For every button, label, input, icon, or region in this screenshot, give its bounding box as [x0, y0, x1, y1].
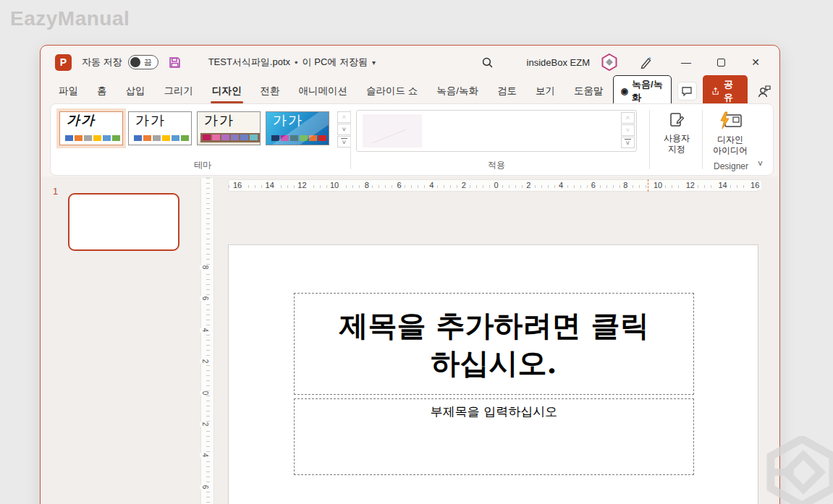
ruler-number: 6 — [200, 296, 211, 301]
theme-color-swatches — [200, 133, 260, 142]
customize-slide-size-icon — [668, 111, 685, 129]
tab-홈[interactable]: 홈 — [88, 80, 117, 102]
autosave-state: 끔 — [144, 57, 152, 68]
maximize-icon — [717, 59, 725, 67]
presence-button[interactable] — [756, 84, 772, 98]
theme-item[interactable]: 가가 — [59, 111, 123, 145]
powerpoint-app-icon[interactable]: P — [55, 54, 72, 71]
ribbon-content: 가가가가가가가가 ˄ ˅ ˅ 테마 ˄ ˅ ˅ 적용 사용자 지정 — [50, 103, 774, 176]
tab-그리기[interactable]: 그리기 — [155, 80, 203, 102]
minimize-button[interactable]: — — [675, 56, 697, 68]
gallery-scroll-down-button[interactable]: ˅ — [337, 124, 351, 135]
autosave-toggle[interactable]: 끔 — [128, 55, 158, 69]
themes-group-label: 테마 — [159, 159, 246, 171]
ruler-number: 2 — [200, 422, 211, 427]
ruler-number: 8 — [621, 181, 630, 189]
tab-검토[interactable]: 검토 — [488, 80, 526, 102]
share-button[interactable]: 공유 — [703, 75, 748, 107]
tab-애니메이션[interactable]: 애니메이션 — [289, 80, 358, 102]
ruler-number: 2 — [524, 181, 533, 189]
ribbon-tabs: 파일홈삽입그리기디자인전환애니메이션슬라이드 쇼녹음/녹화검토보기도움말 — [49, 80, 613, 102]
tab-녹음/녹화[interactable]: 녹음/녹화 — [427, 80, 488, 102]
theme-color-swatches — [65, 135, 120, 141]
tab-삽입[interactable]: 삽입 — [117, 80, 155, 102]
horizontal-ruler[interactable]: 1614121086420246810121416 — [228, 179, 758, 192]
share-label: 공유 — [724, 78, 739, 104]
comments-button[interactable] — [677, 82, 697, 101]
chevron-down-icon: ▾ — [372, 59, 376, 67]
ruler-number: 16 — [231, 181, 244, 189]
eazymanual-logo: EazyManual — [10, 7, 130, 30]
separator-dot: • — [295, 57, 298, 68]
hexagon-logo-icon — [762, 436, 833, 504]
variants-scroll-down-button[interactable]: ˅ — [621, 124, 635, 136]
ruler-number: 4 — [427, 181, 436, 189]
document-title[interactable]: TEST서식파일.potx • 이 PC에 저장됨 ▾ — [208, 56, 376, 69]
tab-도움말[interactable]: 도움말 — [565, 80, 613, 102]
theme-item[interactable]: 가가 — [197, 111, 261, 145]
record-button[interactable]: ◉ 녹음/녹화 — [613, 75, 672, 107]
tab-파일[interactable]: 파일 — [49, 80, 88, 102]
tab-전환[interactable]: 전환 — [251, 80, 289, 102]
title-placeholder[interactable]: 제목을 추가하려면 클릭 하십시오. — [294, 293, 694, 395]
ruler-number: 12 — [684, 181, 697, 189]
tab-디자인[interactable]: 디자인 — [203, 80, 251, 102]
design-ideas-button[interactable]: 디자인 아이디어 — [708, 111, 753, 156]
ruler-number: 2 — [200, 359, 211, 364]
theme-item[interactable]: 가가 — [128, 111, 192, 145]
variants-group-label: 적용 — [453, 159, 540, 171]
subtitle-placeholder[interactable]: 부제목을 입력하십시오 — [294, 398, 694, 475]
ruler-guide-marker — [648, 179, 648, 192]
theme-item-label: 가가 — [60, 112, 122, 127]
design-ideas-label: 디자인 아이디어 — [713, 134, 748, 156]
theme-color-swatches — [134, 135, 189, 141]
gallery-more-button[interactable]: ˅ — [337, 136, 351, 148]
ruler-number: 4 — [200, 328, 211, 333]
theme-item-label: 가가 — [129, 112, 191, 127]
ruler-number: 2 — [460, 181, 468, 189]
variants-scroll-up-button[interactable]: ˄ — [621, 112, 635, 124]
variants-more-button[interactable]: ˅ — [621, 137, 635, 148]
variants-gallery[interactable]: ˄ ˅ ˅ — [356, 110, 637, 152]
theme-item[interactable]: 가가 — [266, 111, 329, 145]
ruler-number: 14 — [716, 181, 729, 189]
saved-status: 이 PC에 저장됨 — [303, 56, 368, 69]
tab-슬라이드 쇼[interactable]: 슬라이드 쇼 — [357, 80, 427, 102]
account-avatar[interactable] — [600, 53, 619, 72]
variant-thumbnail[interactable] — [363, 114, 422, 148]
slide-thumbnail[interactable] — [68, 193, 179, 251]
ruler-number: 6 — [589, 181, 598, 189]
powerpoint-window: P 자동 저장 끔 TEST서식파일.potx • 이 PC에 저장됨 ▾ — [40, 45, 780, 504]
ribbon-tab-row: 파일홈삽입그리기디자인전환애니메이션슬라이드 쇼녹음/녹화검토보기도움말 ◉ 녹… — [41, 79, 779, 103]
ruler-number: 0 — [492, 181, 501, 189]
toggle-knob-icon — [130, 57, 140, 67]
search-button[interactable] — [481, 56, 494, 69]
slide-canvas[interactable]: 제목을 추가하려면 클릭 하십시오. 부제목을 입력하십시오 — [228, 244, 758, 504]
autosave-label: 자동 저장 — [82, 56, 122, 69]
vertical-ruler[interactable]: 86420246 — [200, 178, 214, 504]
ruler-number: 14 — [263, 181, 276, 189]
customize-label: 사용자 지정 — [664, 133, 690, 155]
group-separator — [350, 110, 351, 169]
close-button[interactable]: ✕ — [745, 56, 766, 68]
account-name[interactable]: insideBox EZM — [527, 57, 590, 68]
hexagon-avatar-icon — [600, 53, 619, 72]
variants-gallery-scroll: ˄ ˅ ˅ — [621, 112, 635, 148]
ruler-number: 8 — [363, 181, 371, 189]
pen-sparkle-icon — [639, 55, 654, 69]
theme-item-label: 가가 — [198, 112, 260, 127]
customize-button[interactable]: 사용자 지정 — [654, 111, 699, 155]
ruler-number: 16 — [748, 181, 761, 189]
save-button[interactable] — [169, 56, 181, 69]
record-icon: ◉ — [621, 87, 628, 95]
pen-tool-button[interactable] — [639, 55, 654, 69]
save-floppy-icon — [169, 56, 181, 69]
autosave-control[interactable]: 자동 저장 끔 — [82, 55, 158, 69]
collapse-ribbon-chevron-icon[interactable]: ˅ — [758, 159, 763, 169]
maximize-button[interactable] — [710, 59, 732, 67]
share-icon — [711, 86, 719, 96]
ruler-number: 6 — [394, 181, 403, 189]
tab-보기[interactable]: 보기 — [526, 80, 565, 102]
filename: TEST서식파일.potx — [208, 56, 290, 69]
gallery-scroll-up-button[interactable]: ˄ — [337, 111, 351, 123]
